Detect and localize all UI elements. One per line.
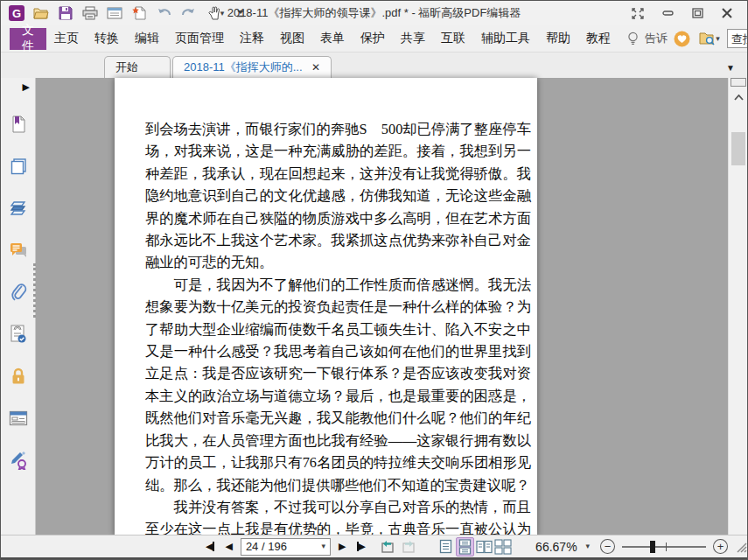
- previous-page-button[interactable]: ◀: [222, 538, 234, 556]
- heart-badge-icon: [674, 31, 690, 47]
- sidebar-item-pages[interactable]: [5, 155, 31, 178]
- window-controls: [623, 1, 742, 25]
- zoom-caret-icon[interactable]: ▾: [586, 542, 591, 550]
- zoom-out-button[interactable]: −: [600, 539, 615, 554]
- minimize-button[interactable]: [653, 3, 682, 24]
- tab-list-dropdown-icon[interactable]: ▼: [726, 63, 735, 73]
- tell-me-label[interactable]: 告诉: [645, 31, 668, 46]
- sidebar-item-security[interactable]: [5, 365, 31, 388]
- new-document-button[interactable]: [128, 3, 150, 24]
- tab-document-active[interactable]: 2018-11《指挥大师的... ✕: [172, 56, 332, 78]
- hand-tool-caret-icon: ▾: [220, 10, 225, 18]
- save-button[interactable]: [54, 3, 77, 24]
- facing-view-button[interactable]: [474, 537, 493, 556]
- menu-comment[interactable]: 注释: [232, 28, 272, 50]
- menu-connect[interactable]: 互联: [433, 28, 473, 50]
- vertical-scrollbar[interactable]: [728, 78, 747, 536]
- last-page-icon: ▶: [359, 542, 366, 551]
- sidebar-item-comments[interactable]: [5, 239, 31, 262]
- tab-start[interactable]: 开始: [104, 56, 171, 78]
- continuous-view-button[interactable]: [456, 537, 475, 556]
- folder-search-caret-icon: ▾: [716, 35, 720, 43]
- redo-button[interactable]: [177, 3, 199, 24]
- menu-file[interactable]: 文件: [10, 28, 46, 50]
- sidebar-item-bookmarks[interactable]: [5, 113, 31, 136]
- zoom-slider-track[interactable]: [622, 546, 706, 548]
- first-page-bar: [213, 542, 214, 551]
- undo-icon: [157, 7, 171, 20]
- resize-grip-icon: [735, 541, 747, 553]
- page-number-box[interactable]: 24 / 196 ▾: [241, 538, 331, 556]
- menu-view[interactable]: 视图: [272, 28, 312, 50]
- status-bar: ◀ ◀ 24 / 196 ▾ ▶ ▶: [1, 535, 747, 557]
- navigation-sidebar: ▶: [1, 78, 36, 536]
- scroll-up-button[interactable]: [729, 90, 748, 104]
- menu-share[interactable]: 共享: [393, 28, 433, 50]
- menu-accessibility[interactable]: 辅助工具: [473, 28, 538, 50]
- previous-view-button[interactable]: [377, 538, 398, 556]
- menu-form[interactable]: 表单: [312, 28, 353, 50]
- dock-toolbars-button[interactable]: [623, 3, 653, 24]
- menu-home[interactable]: 主页: [46, 28, 87, 50]
- sidebar-item-sign[interactable]: [5, 449, 31, 472]
- search-input[interactable]: [728, 32, 748, 46]
- sidebar-item-digital-signatures[interactable]: [5, 323, 31, 346]
- open-button[interactable]: [30, 3, 52, 24]
- customize-toolbar-button[interactable]: [233, 3, 248, 24]
- next-page-button[interactable]: ▶: [336, 538, 348, 556]
- tab-close-icon[interactable]: ✕: [311, 61, 320, 74]
- menu-organize[interactable]: 页面管理: [167, 28, 232, 50]
- menu-protect[interactable]: 保护: [353, 28, 393, 50]
- last-page-button[interactable]: ▶: [354, 538, 368, 556]
- panel-expand-icon[interactable]: ▶: [23, 81, 30, 93]
- previous-page-icon: ◀: [225, 542, 232, 551]
- panel-splitter-handle[interactable]: [33, 263, 36, 318]
- zoom-slider[interactable]: [622, 540, 706, 554]
- sign-pen-icon: [9, 451, 28, 470]
- page-number-caret-icon: ▾: [322, 542, 326, 550]
- minimize-icon: [662, 10, 674, 17]
- form-fields-icon: [9, 410, 28, 426]
- single-page-view-button[interactable]: [437, 537, 456, 556]
- close-button[interactable]: [712, 3, 742, 24]
- first-page-button[interactable]: ◀: [203, 538, 217, 556]
- email-button[interactable]: [103, 3, 126, 24]
- single-page-view-icon: [439, 539, 452, 554]
- sidebar-item-attachments[interactable]: [5, 281, 31, 304]
- maximize-button[interactable]: [682, 3, 712, 24]
- sidebar-item-form-fields[interactable]: [5, 407, 31, 430]
- app-menu-button[interactable]: G: [5, 3, 28, 24]
- pdf-page[interactable]: 到会场去演讲，而银行家们的奔驰S 500却已停满了整座停车场，对我来说，这是一种…: [115, 78, 537, 536]
- menu-convert[interactable]: 转换: [87, 28, 127, 50]
- zoom-level-value[interactable]: 66.67%: [535, 540, 577, 554]
- menu-tutorial[interactable]: 教程: [578, 28, 619, 50]
- menu-right-tools: 告诉 ▾: [624, 28, 748, 49]
- menu-help[interactable]: 帮助: [538, 28, 578, 50]
- favorites-button[interactable]: [671, 28, 692, 49]
- next-view-icon: [401, 540, 416, 554]
- hand-tool-button[interactable]: ▾: [201, 3, 231, 24]
- tell-me-button[interactable]: [624, 28, 641, 49]
- undo-button[interactable]: [152, 3, 175, 24]
- print-button[interactable]: [79, 3, 101, 24]
- scrollbar-thumb[interactable]: [731, 132, 745, 165]
- first-page-icon: ◀: [206, 542, 213, 551]
- zoom-in-icon: +: [717, 541, 724, 552]
- scroll-up-icon: [734, 94, 744, 101]
- window-border-bottom: [1, 557, 747, 559]
- customize-toolbar-icon: [236, 8, 245, 18]
- split-view-button[interactable]: [731, 78, 746, 87]
- continuous-facing-view-button[interactable]: [493, 537, 513, 556]
- foxit-logo-icon: G: [9, 5, 24, 21]
- search-folder-button[interactable]: ▾: [696, 28, 724, 49]
- document-tab-strip: 开始 2018-11《指挥大师的... ✕ ▼: [1, 52, 747, 78]
- sidebar-item-layers[interactable]: [5, 197, 31, 220]
- new-document-icon: [132, 6, 146, 20]
- menu-edit[interactable]: 编辑: [127, 28, 167, 50]
- next-view-button[interactable]: [398, 538, 419, 556]
- resize-grip[interactable]: [735, 541, 747, 553]
- zoom-in-button[interactable]: +: [713, 539, 728, 554]
- previous-view-icon: [380, 540, 395, 554]
- title-bar: G: [1, 1, 747, 25]
- zoom-slider-handle[interactable]: [650, 541, 655, 553]
